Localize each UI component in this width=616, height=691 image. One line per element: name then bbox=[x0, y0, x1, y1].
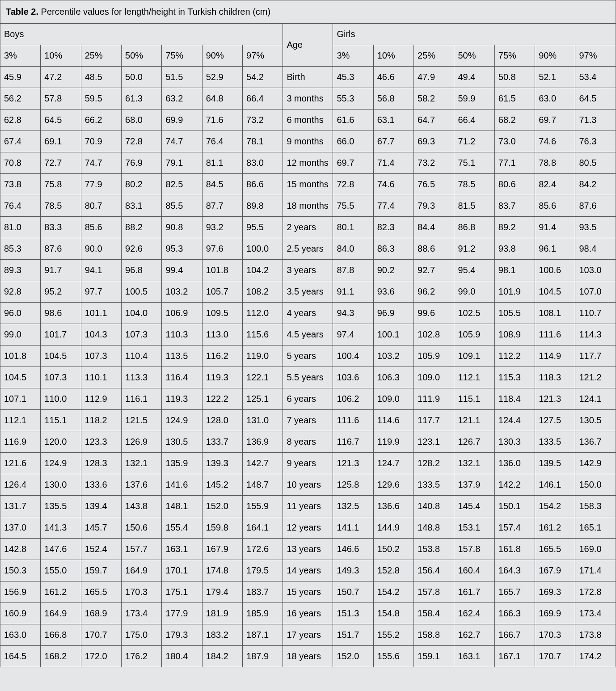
boys-cell: 161.2 bbox=[41, 581, 81, 603]
girls-cell: 149.3 bbox=[333, 560, 373, 581]
boys-cell: 76.4 bbox=[0, 195, 41, 217]
girls-pct-header: 50% bbox=[454, 45, 494, 67]
boys-cell: 104.5 bbox=[41, 346, 81, 367]
boys-cell: 63.2 bbox=[162, 88, 202, 110]
boys-cell: 71.6 bbox=[202, 110, 242, 131]
boys-cell: 119.3 bbox=[202, 367, 242, 388]
age-cell: 2.5 years bbox=[283, 238, 333, 260]
girls-cell: 63.0 bbox=[535, 88, 575, 110]
girls-cell: 73.0 bbox=[494, 131, 535, 152]
girls-cell: 118.3 bbox=[535, 367, 575, 388]
boys-cell: 115.6 bbox=[243, 324, 283, 346]
girls-cell: 124.7 bbox=[373, 453, 413, 474]
age-cell: 17 years bbox=[283, 624, 333, 646]
age-cell: 14 years bbox=[283, 560, 333, 581]
girls-pct-header: 3% bbox=[333, 45, 373, 67]
boys-cell: 81.1 bbox=[202, 152, 242, 174]
table-row: 121.6124.9128.3132.1135.9139.3142.79 yea… bbox=[0, 453, 616, 474]
girls-cell: 100.4 bbox=[333, 346, 373, 367]
girls-cell: 109.0 bbox=[414, 367, 454, 388]
table-head: Boys Age Girls 3%10%25%50%75%90%97%3%10%… bbox=[0, 24, 616, 67]
girls-cell: 68.2 bbox=[494, 110, 535, 131]
girls-pct-header: 25% bbox=[414, 45, 454, 67]
age-cell: 6 months bbox=[283, 110, 333, 131]
girls-cell: 71.2 bbox=[454, 131, 494, 152]
boys-cell: 172.6 bbox=[243, 539, 283, 560]
boys-cell: 84.5 bbox=[202, 174, 242, 195]
boys-cell: 152.4 bbox=[81, 539, 121, 560]
table-row: 45.947.248.550.051.552.954.2Birth45.346.… bbox=[0, 67, 616, 88]
girls-cell: 153.1 bbox=[454, 517, 494, 539]
table-row: 73.875.877.980.282.584.586.615 months72.… bbox=[0, 174, 616, 195]
boys-cell: 108.2 bbox=[243, 281, 283, 303]
boys-cell: 141.6 bbox=[162, 474, 202, 496]
table-row: 163.0166.8170.7175.0179.3183.2187.117 ye… bbox=[0, 624, 616, 646]
table-row: 104.5107.3110.1113.3116.4119.3122.15.5 y… bbox=[0, 367, 616, 388]
girls-cell: 166.7 bbox=[494, 624, 535, 646]
girls-cell: 93.6 bbox=[373, 281, 413, 303]
age-cell: 9 months bbox=[283, 131, 333, 152]
boys-cell: 81.0 bbox=[0, 217, 41, 238]
girls-cell: 59.9 bbox=[454, 88, 494, 110]
girls-cell: 64.7 bbox=[414, 110, 454, 131]
girls-cell: 99.0 bbox=[454, 281, 494, 303]
boys-cell: 83.0 bbox=[243, 152, 283, 174]
page: Table 2. Percentile values for length/he… bbox=[0, 0, 616, 667]
girls-cell: 91.2 bbox=[454, 238, 494, 260]
age-cell: 12 months bbox=[283, 152, 333, 174]
boys-cell: 122.1 bbox=[243, 367, 283, 388]
girls-cell: 163.1 bbox=[454, 646, 494, 667]
boys-cell: 78.5 bbox=[41, 195, 81, 217]
age-cell: 5 years bbox=[283, 346, 333, 367]
age-cell: 2 years bbox=[283, 217, 333, 238]
girls-cell: 169.0 bbox=[575, 539, 616, 560]
boys-cell: 183.7 bbox=[243, 581, 283, 603]
table-row: 112.1115.1118.2121.5124.9128.0131.07 yea… bbox=[0, 410, 616, 431]
boys-cell: 109.5 bbox=[202, 303, 242, 324]
boys-cell: 106.9 bbox=[162, 303, 202, 324]
table-row: 76.478.580.783.185.587.789.818 months75.… bbox=[0, 195, 616, 217]
boys-cell: 87.7 bbox=[202, 195, 242, 217]
age-cell: 4 years bbox=[283, 303, 333, 324]
boys-cell: 157.7 bbox=[122, 539, 162, 560]
girls-cell: 150.7 bbox=[333, 581, 373, 603]
boys-cell: 104.5 bbox=[0, 367, 41, 388]
boys-cell: 156.9 bbox=[0, 581, 41, 603]
girls-cell: 165.7 bbox=[494, 581, 535, 603]
age-cell: Birth bbox=[283, 67, 333, 88]
table-title: Percentile values for length/height in T… bbox=[41, 7, 271, 17]
girls-cell: 161.2 bbox=[535, 517, 575, 539]
boys-cell: 164.1 bbox=[243, 517, 283, 539]
girls-cell: 83.7 bbox=[494, 195, 535, 217]
girls-cell: 128.2 bbox=[414, 453, 454, 474]
boys-cell: 74.7 bbox=[162, 131, 202, 152]
boys-cell: 148.1 bbox=[162, 496, 202, 517]
girls-cell: 84.4 bbox=[414, 217, 454, 238]
girls-cell: 170.7 bbox=[535, 646, 575, 667]
girls-cell: 77.1 bbox=[494, 152, 535, 174]
girls-cell: 127.5 bbox=[535, 410, 575, 431]
girls-cell: 66.0 bbox=[333, 131, 373, 152]
boys-cell: 179.5 bbox=[243, 560, 283, 581]
girls-cell: 101.9 bbox=[494, 281, 535, 303]
girls-cell: 71.3 bbox=[575, 110, 616, 131]
boys-cell: 107.3 bbox=[41, 367, 81, 388]
group-header-row: Boys Age Girls bbox=[0, 24, 616, 45]
boys-cell: 83.1 bbox=[122, 195, 162, 217]
girls-cell: 121.3 bbox=[333, 453, 373, 474]
age-cell: 8 years bbox=[283, 431, 333, 453]
girls-cell: 173.8 bbox=[575, 624, 616, 646]
girls-cell: 115.1 bbox=[454, 388, 494, 410]
girls-cell: 76.5 bbox=[414, 174, 454, 195]
girls-cell: 157.4 bbox=[494, 517, 535, 539]
girls-cell: 148.8 bbox=[414, 517, 454, 539]
boys-cell: 160.9 bbox=[0, 603, 41, 624]
boys-cell: 104.0 bbox=[122, 303, 162, 324]
boys-cell: 172.0 bbox=[81, 646, 121, 667]
boys-pct-header: 90% bbox=[202, 45, 242, 67]
boys-cell: 107.1 bbox=[0, 388, 41, 410]
boys-cell: 92.6 bbox=[122, 238, 162, 260]
table-row: 101.8104.5107.3110.4113.5116.2119.05 yea… bbox=[0, 346, 616, 367]
girls-cell: 100.6 bbox=[535, 260, 575, 281]
boys-cell: 121.6 bbox=[0, 453, 41, 474]
